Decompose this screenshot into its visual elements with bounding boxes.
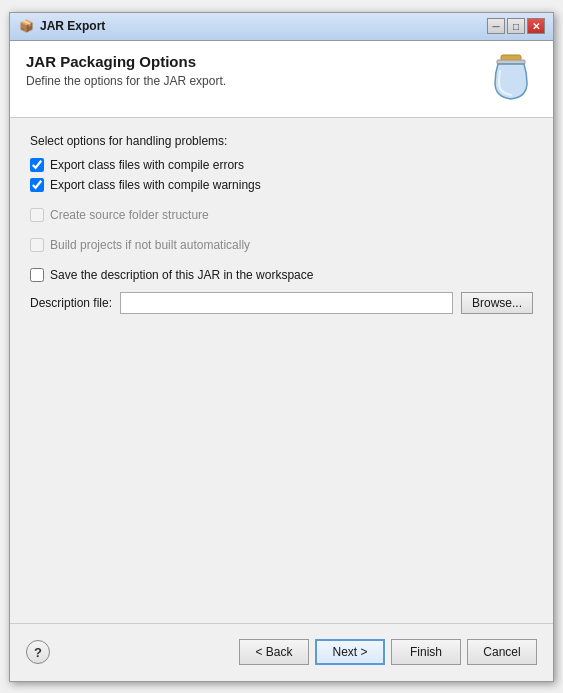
help-button[interactable]: ? [26,640,50,664]
checkbox-build-projects-label: Build projects if not built automaticall… [50,238,250,252]
checkbox-compile-errors[interactable] [30,158,44,172]
checkbox-save-description-label[interactable]: Save the description of this JAR in the … [50,268,313,282]
minimize-button[interactable]: ─ [487,18,505,34]
checkbox-source-folder-label: Create source folder structure [50,208,209,222]
header-section: JAR Packaging Options Define the options… [10,41,553,118]
title-bar: 📦 JAR Export ─ □ ✕ [10,13,553,41]
header-text: JAR Packaging Options Define the options… [26,53,485,88]
footer-left: ? [26,640,50,664]
footer-right: < Back Next > Finish Cancel [239,639,537,665]
checkbox-build-projects [30,238,44,252]
browse-button[interactable]: Browse... [461,292,533,314]
section-label: Select options for handling problems: [30,134,533,148]
description-file-input[interactable] [120,292,453,314]
close-button[interactable]: ✕ [527,18,545,34]
checkbox-compile-warnings[interactable] [30,178,44,192]
checkbox-compile-errors-label[interactable]: Export class files with compile errors [50,158,244,172]
checkbox-source-folder [30,208,44,222]
jar-icon [485,53,537,105]
back-button[interactable]: < Back [239,639,309,665]
window-title: JAR Export [40,19,487,33]
next-button[interactable]: Next > [315,639,385,665]
checkbox-compile-errors-row: Export class files with compile errors [30,158,533,172]
window-icon: 📦 [18,18,34,34]
description-row: Description file: Browse... [30,292,533,314]
content-area: Select options for handling problems: Ex… [10,118,553,623]
cancel-button[interactable]: Cancel [467,639,537,665]
checkbox-compile-warnings-label[interactable]: Export class files with compile warnings [50,178,261,192]
page-title: JAR Packaging Options [26,53,485,70]
checkbox-save-description-row: Save the description of this JAR in the … [30,268,533,282]
main-window: 📦 JAR Export ─ □ ✕ JAR Packaging Options… [9,12,554,682]
maximize-button[interactable]: □ [507,18,525,34]
checkbox-compile-warnings-row: Export class files with compile warnings [30,178,533,192]
description-file-label: Description file: [30,296,112,310]
title-bar-buttons: ─ □ ✕ [487,18,545,34]
page-subtitle: Define the options for the JAR export. [26,74,485,88]
checkbox-save-description[interactable] [30,268,44,282]
checkbox-source-folder-row: Create source folder structure [30,208,533,222]
footer: ? < Back Next > Finish Cancel [10,623,553,681]
finish-button[interactable]: Finish [391,639,461,665]
checkbox-build-projects-row: Build projects if not built automaticall… [30,238,533,252]
